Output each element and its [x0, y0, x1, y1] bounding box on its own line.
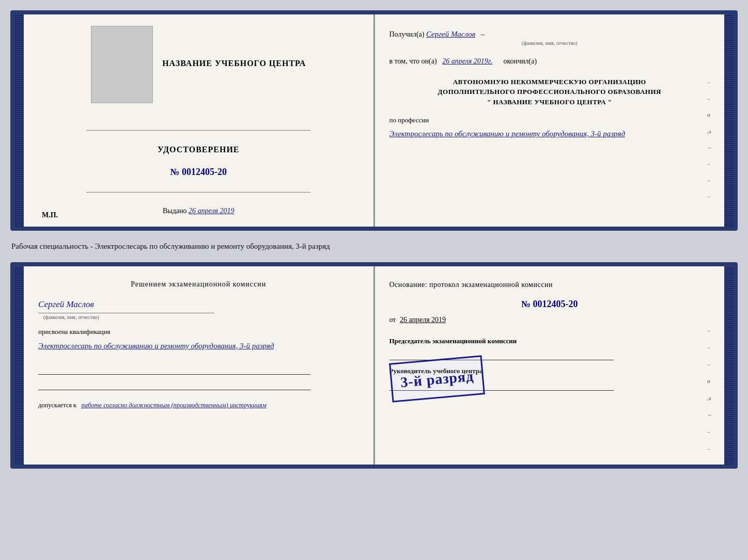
commission-title: Решением экзаменационной комиссии [38, 279, 359, 290]
allowed-text: допускается к работе согласно должностны… [38, 401, 359, 410]
qualification-value: Электрослесарь по обслуживанию и ремонту… [38, 340, 359, 352]
cert-number: № 0012405-20 [170, 167, 227, 178]
finished-label: окончил(а) [503, 57, 537, 65]
fio-hint-bottom: (фамилия, имя, отчество) [43, 313, 359, 322]
protocol-number: № 0012405-20 [389, 296, 710, 312]
cert-title-label: УДОСТОВЕРЕНИЕ [158, 145, 240, 154]
chairman-sig-line [389, 349, 614, 360]
org-line1: АВТОНОМНУЮ НЕКОММЕРЧЕСКУЮ ОРГАНИЗАЦИЮ [389, 77, 710, 87]
issued-date-value: 26 апреля 2019 [189, 207, 234, 215]
top-right-half: Получил(а) Сергей Маслов – (фамилия, имя… [375, 14, 725, 227]
org-line2: ДОПОЛНИТЕЛЬНОГО ПРОФЕССИОНАЛЬНОГО ОБРАЗО… [389, 87, 710, 97]
allowed-value: работе согласно должностным (производств… [82, 402, 267, 409]
bottom-left-half: Решением экзаменационной комиссии Сергей… [24, 266, 373, 465]
edge-marks-top: – – и ,а ← – – – [707, 78, 713, 201]
profession-label: по профессии [389, 115, 710, 126]
training-center-name: НАЗВАНИЕ УЧЕБНОГО ЦЕНТРА [162, 59, 306, 68]
cert-issued-date: Выдано 26 апреля 2019 [163, 207, 235, 215]
divider-1 [86, 130, 310, 131]
received-name: Сергей Маслов [426, 30, 475, 38]
sig-line-1 [38, 363, 310, 375]
org-line3: " НАЗВАНИЕ УЧЕБНОГО ЦЕНТРА " [389, 97, 710, 107]
protocol-date: от 26 апреля 2019 [389, 314, 710, 326]
protocol-date-value: 26 апреля 2019 [400, 316, 446, 324]
signature-lines [38, 363, 359, 390]
bottom-right-half: Основание: протокол экзаменационной коми… [375, 266, 725, 465]
left-text-block: НАЗВАНИЕ УЧЕБНОГО ЦЕНТРА [162, 59, 306, 70]
stamp-main-text: 3-й разряд [399, 368, 474, 390]
top-document: НАЗВАНИЕ УЧЕБНОГО ЦЕНТРА УДОСТОВЕРЕНИЕ №… [10, 10, 738, 231]
top-left-content: НАЗВАНИЕ УЧЕБНОГО ЦЕНТРА [91, 26, 306, 103]
profession-value: Электрослесарь по обслуживанию и ремонту… [389, 128, 710, 140]
person-name: Сергей Маслов [38, 297, 359, 311]
org-block: АВТОНОМНУЮ НЕКОММЕРЧЕСКУЮ ОРГАНИЗАЦИЮ ДО… [389, 77, 710, 107]
bottom-document: Решением экзаменационной комиссии Сергей… [10, 262, 738, 469]
page-wrapper: НАЗВАНИЕ УЧЕБНОГО ЦЕНТРА УДОСТОВЕРЕНИЕ №… [10, 10, 738, 469]
fio-hint-top: (фамилия, имя, отчество) [389, 39, 710, 47]
date-prefix: от [389, 316, 396, 324]
top-left-half: НАЗВАНИЕ УЧЕБНОГО ЦЕНТРА УДОСТОВЕРЕНИЕ №… [24, 14, 373, 227]
date-value: 26 апреля 2019г. [442, 57, 492, 65]
chairman-label: Председатель экзаменационной комиссии [389, 337, 710, 346]
issued-label: Выдано [163, 207, 187, 215]
divider-2 [86, 192, 310, 193]
basis-title: Основание: протокол экзаменационной коми… [389, 279, 710, 291]
allowed-label: допускается к [38, 402, 76, 409]
edge-marks-bottom: – – – и ,а ← – – – [707, 326, 713, 469]
photo-placeholder [91, 26, 153, 103]
date-prefix: в том, что он(а) [389, 57, 437, 65]
stamp-small-text [399, 363, 473, 369]
sig-line-2 [38, 379, 310, 390]
assigned-label: присвоена квалификация [38, 327, 359, 338]
date-line: в том, что он(а) 26 апреля 2019г. окончи… [389, 56, 710, 67]
received-line: Получил(а) Сергей Маслов – (фамилия, имя… [389, 28, 710, 47]
specialty-label: Рабочая специальность - Электрослесарь п… [10, 240, 738, 253]
qualification-stamp: 3-й разряд [389, 355, 485, 402]
received-label: Получил(а) [389, 30, 425, 38]
mp-label: М.П. [42, 211, 58, 219]
